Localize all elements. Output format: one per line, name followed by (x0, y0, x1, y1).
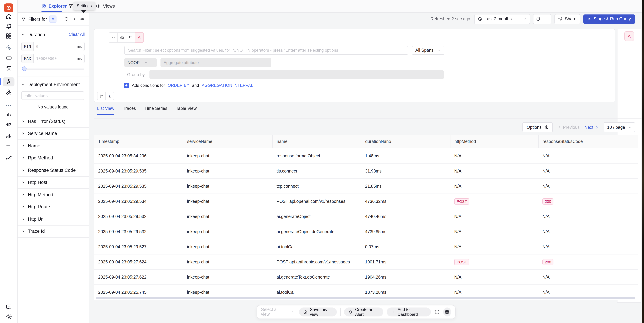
time-range-select[interactable]: Last 2 months (474, 14, 530, 24)
sidebar-section-http-method[interactable]: Http Method (17, 188, 89, 200)
tab-time-series[interactable]: Time Series (144, 106, 167, 115)
clear-all-link[interactable]: Clear All (69, 32, 85, 37)
duration-max-input[interactable] (34, 54, 75, 63)
table-row[interactable]: 2025-09-04 23:05:29.535inkeep-chattls.co… (94, 164, 638, 178)
sidebar-section-rpc-method[interactable]: Rpc Method (17, 152, 89, 164)
clock-icon (478, 17, 482, 21)
sidebar-section-http-url[interactable]: Http Url (17, 213, 89, 225)
col-timestamp[interactable]: Timestamp (94, 135, 183, 148)
duration-section-header[interactable]: Duration Clear All (17, 28, 89, 40)
cell-status-code: N/A (538, 164, 638, 178)
add-conditions-button[interactable] (124, 83, 129, 88)
refresh-interval-dropdown[interactable] (543, 14, 551, 24)
duration-min-input[interactable] (34, 42, 75, 50)
collapse-left-icon[interactable] (72, 16, 77, 21)
info-icon[interactable] (434, 309, 440, 315)
search-filter-input[interactable] (124, 46, 408, 55)
cell-duration: 1901.71ms (361, 254, 450, 270)
nav-logs[interactable] (0, 66, 17, 72)
col-name[interactable]: name (272, 135, 361, 148)
col-response-status-code[interactable]: responseStatusCode (538, 135, 638, 148)
nav-integrations[interactable] (0, 154, 17, 161)
group-by-label: Group by (127, 72, 145, 77)
nav-settings[interactable] (0, 313, 17, 320)
stage-run-query-button[interactable]: Stage & Run Query (583, 14, 635, 24)
tab-explorer[interactable]: Explorer (41, 0, 67, 12)
nav-services[interactable] (0, 44, 17, 51)
http-method-badge: POST (454, 198, 470, 204)
query-a-selector[interactable]: A (624, 31, 634, 41)
sidebar-section-service-name[interactable]: Service Name (17, 127, 89, 140)
nav-infrastructure[interactable] (0, 55, 17, 61)
refresh-icon[interactable] (64, 16, 69, 21)
nav-dashboards[interactable] (0, 33, 17, 39)
query-a-chip[interactable]: A (135, 32, 144, 43)
share-button[interactable]: Share (554, 14, 580, 24)
duration-slider[interactable] (22, 66, 84, 71)
table-row[interactable]: 2025-09-04 23:05:29.535inkeep-chattcp.co… (94, 178, 638, 194)
refresh-split-button (533, 14, 551, 24)
col-duration-nano[interactable]: durationNano (361, 135, 450, 148)
col-service-name[interactable]: serviceName (183, 135, 272, 148)
explorer-tabs-bar: Explorer Funnels Views (17, 0, 642, 13)
nav-metrics[interactable] (0, 111, 17, 118)
deployment-env-header[interactable]: Deployment Environment (17, 78, 89, 90)
slider-handle[interactable] (22, 66, 26, 71)
create-alert-button[interactable]: Create an Alert (344, 308, 383, 316)
duration-min-group: MIN ms (21, 42, 85, 51)
order-by-link[interactable]: ORDER BY (168, 83, 189, 88)
aggregation-interval-link[interactable]: AGGREGATION INTERVAL (202, 83, 253, 88)
spans-scope-select[interactable]: All Spans (412, 46, 444, 55)
query-builder-mode-button[interactable] (97, 92, 106, 100)
nav-messaging-queues[interactable] (0, 89, 17, 96)
nav-api-monitoring[interactable] (0, 144, 17, 150)
tab-traces[interactable]: Traces (123, 106, 136, 115)
refresh-button[interactable] (534, 14, 543, 24)
table-row[interactable]: 2025-09-04 23:05:27.624inkeep-chatPOST a… (94, 254, 638, 270)
nav-home[interactable] (0, 13, 17, 20)
tab-views[interactable]: Views (96, 0, 115, 12)
nav-more[interactable] (0, 102, 17, 108)
tab-table-view[interactable]: Table View (176, 106, 197, 115)
table-row[interactable]: 2025-09-04 23:05:29.527inkeep-chatai.too… (94, 239, 638, 254)
formula-button[interactable]: Σ (106, 92, 114, 100)
query-visibility-button[interactable] (118, 32, 126, 43)
sidebar-section-trace-id[interactable]: Trace Id (17, 225, 89, 238)
table-row[interactable]: 2025-09-04 23:05:29.532inkeep-chatai.gen… (94, 224, 638, 239)
page-size-select[interactable]: 10 / page (604, 122, 635, 132)
nav-alerts[interactable] (0, 23, 17, 30)
collapse-query-button[interactable] (109, 32, 118, 43)
sidebar-section-http-host[interactable]: Http Host (17, 176, 89, 188)
sidebar-section-response-status-code[interactable]: Response Status Code (17, 164, 89, 176)
table-row[interactable]: 2025-09-04 23:05:29.532inkeep-chatai.gen… (94, 209, 638, 224)
sidebar-section-has-error[interactable]: Has Error (Status) (17, 115, 89, 127)
signoz-logo[interactable] (0, 4, 17, 12)
sidebar-section-name[interactable]: Name (17, 140, 89, 152)
options-button[interactable]: Options (522, 122, 552, 132)
nav-exceptions[interactable] (0, 121, 17, 128)
table-row[interactable]: 2025-09-04 23:05:34.296inkeep-chatrespon… (94, 148, 638, 164)
filter-settings-icon[interactable] (80, 16, 85, 21)
col-http-method[interactable]: httpMethod (450, 135, 538, 148)
cell-name: ai.generateObject (272, 209, 361, 224)
select-view-dropdown[interactable]: Select a view (261, 307, 296, 317)
pagination-next[interactable]: Next (584, 125, 599, 130)
cell-service-name: inkeep-chat (183, 270, 272, 284)
nav-traces[interactable] (0, 78, 17, 85)
funnel-icon (68, 4, 73, 8)
pagination-previous[interactable]: Previous (558, 125, 580, 130)
copy-query-button[interactable] (126, 32, 135, 43)
nav-explore[interactable] (0, 132, 17, 139)
save-view-button[interactable]: Save this view (299, 308, 337, 316)
table-row[interactable]: 2025-09-04 23:05:27.622inkeep-chatai.gen… (94, 270, 638, 284)
horizontal-scrollbar[interactable] (96, 297, 636, 299)
deployment-filter-input[interactable] (21, 91, 84, 100)
aggregate-op-select[interactable]: NOOP (124, 58, 157, 67)
query-a-badge[interactable]: A (49, 15, 56, 22)
sidebar-section-http-route[interactable]: Http Route (17, 200, 89, 213)
add-to-dashboard-button[interactable]: Add to Dashboard (386, 308, 431, 316)
table-row[interactable]: 2025-09-04 23:05:29.534inkeep-chatPOST a… (94, 194, 638, 209)
dock-panel-button[interactable] (443, 308, 451, 316)
nav-support-chat[interactable] (0, 304, 17, 310)
tab-list-view[interactable]: List View (97, 106, 114, 115)
